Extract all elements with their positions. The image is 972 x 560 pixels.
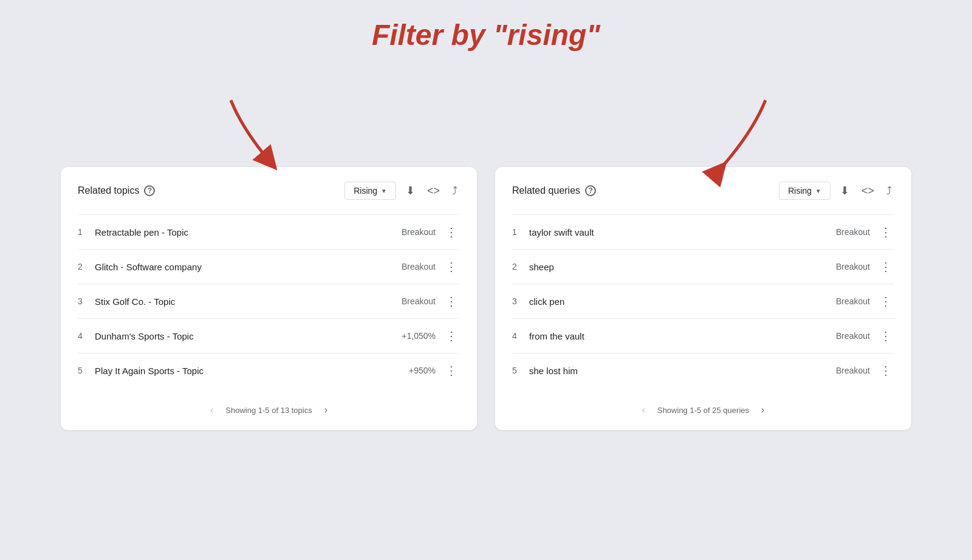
row-label: taylor swift vault: [529, 227, 836, 237]
help-icon-right[interactable]: ?: [585, 185, 596, 196]
row-label: Glitch - Software company: [95, 262, 402, 272]
row-value: Breakout: [836, 296, 870, 306]
row-menu-btn[interactable]: ⋮: [443, 363, 460, 378]
caret-right: ▼: [815, 188, 821, 194]
footer-text-right: Showing 1-5 of 25 queries: [657, 406, 749, 415]
panel-header-left: Related topics ? Rising ▼ ⬇ <> ⤴: [78, 182, 460, 200]
row-menu-btn[interactable]: ⋮: [877, 259, 894, 274]
row-menu-btn[interactable]: ⋮: [877, 225, 894, 239]
panel-footer-left: ‹ Showing 1-5 of 13 topics ›: [78, 397, 460, 418]
related-queries-label: Related queries: [512, 185, 580, 196]
row-num: 2: [512, 262, 529, 271]
row-menu-btn[interactable]: ⋮: [877, 329, 894, 343]
row-label: Dunham's Sports - Topic: [95, 331, 402, 341]
panel-controls-right: Rising ▼ ⬇ <> ⤴: [779, 182, 894, 200]
prev-btn-left[interactable]: ‹: [205, 402, 218, 418]
related-topics-panel: Related topics ? Rising ▼ ⬇ <> ⤴ 1 Retra…: [61, 167, 477, 430]
code-btn-left[interactable]: <>: [425, 182, 442, 200]
right-rows-container: 1 taylor swift vault Breakout ⋮ 2 sheep …: [512, 214, 894, 388]
help-icon-left[interactable]: ?: [144, 185, 155, 196]
panel-footer-right: ‹ Showing 1-5 of 25 queries ›: [512, 397, 894, 418]
download-btn-right[interactable]: ⬇: [838, 182, 852, 200]
row-menu-btn[interactable]: ⋮: [443, 225, 460, 239]
row-value: +950%: [409, 366, 436, 375]
panel-title-right: Related queries ?: [512, 185, 596, 196]
row-num: 4: [512, 331, 529, 341]
row-label: Play It Again Sports - Topic: [95, 366, 409, 376]
table-row: 2 sheep Breakout ⋮: [512, 249, 894, 284]
arrows-decoration: [61, 94, 911, 173]
row-menu-btn[interactable]: ⋮: [443, 329, 460, 343]
table-row: 1 taylor swift vault Breakout ⋮: [512, 214, 894, 249]
row-value: Breakout: [402, 227, 436, 237]
panel-title-left: Related topics ?: [78, 185, 155, 196]
share-btn-left[interactable]: ⤴: [450, 182, 460, 200]
row-num: 3: [78, 296, 95, 306]
row-value: Breakout: [836, 331, 870, 341]
row-menu-btn[interactable]: ⋮: [443, 294, 460, 309]
panel-controls-left: Rising ▼ ⬇ <> ⤴: [344, 182, 460, 200]
table-row: 3 Stix Golf Co. - Topic Breakout ⋮: [78, 284, 460, 318]
table-row: 5 she lost him Breakout ⋮: [512, 353, 894, 388]
row-num: 5: [78, 366, 95, 375]
row-value: Breakout: [836, 366, 870, 375]
table-row: 5 Play It Again Sports - Topic +950% ⋮: [78, 353, 460, 388]
row-num: 3: [512, 296, 529, 306]
panels-container: Related topics ? Rising ▼ ⬇ <> ⤴ 1 Retra…: [61, 167, 911, 430]
next-btn-left[interactable]: ›: [320, 402, 332, 418]
next-btn-right[interactable]: ›: [756, 402, 769, 418]
table-row: 4 Dunham's Sports - Topic +1,050% ⋮: [78, 318, 460, 353]
row-label: she lost him: [529, 366, 836, 376]
row-num: 5: [512, 366, 529, 375]
related-queries-panel: Related queries ? Rising ▼ ⬇ <> ⤴ 1 tayl…: [495, 167, 911, 430]
left-rows-container: 1 Retractable pen - Topic Breakout ⋮ 2 G…: [78, 214, 460, 388]
row-value: +1,050%: [402, 331, 436, 341]
row-menu-btn[interactable]: ⋮: [877, 363, 894, 378]
download-btn-left[interactable]: ⬇: [403, 182, 417, 200]
row-menu-btn[interactable]: ⋮: [443, 259, 460, 274]
rising-filter-right[interactable]: Rising ▼: [779, 182, 830, 200]
share-btn-right[interactable]: ⤴: [884, 182, 894, 200]
table-row: 3 click pen Breakout ⋮: [512, 284, 894, 318]
code-btn-right[interactable]: <>: [859, 182, 877, 200]
rising-label-right: Rising: [788, 186, 812, 196]
row-label: Stix Golf Co. - Topic: [95, 296, 402, 307]
rising-label-left: Rising: [354, 186, 377, 196]
table-row: 1 Retractable pen - Topic Breakout ⋮: [78, 214, 460, 249]
page-title: Filter by "rising": [372, 18, 600, 52]
row-value: Breakout: [402, 296, 436, 306]
row-num: 2: [78, 262, 95, 271]
prev-btn-right[interactable]: ‹: [637, 402, 650, 418]
row-value: Breakout: [836, 262, 870, 271]
row-label: click pen: [529, 296, 836, 307]
row-num: 1: [512, 227, 529, 237]
rising-filter-left[interactable]: Rising ▼: [344, 182, 396, 200]
row-value: Breakout: [402, 262, 436, 271]
row-menu-btn[interactable]: ⋮: [877, 294, 894, 309]
panel-header-right: Related queries ? Rising ▼ ⬇ <> ⤴: [512, 182, 894, 200]
row-num: 1: [78, 227, 95, 237]
row-value: Breakout: [836, 227, 870, 237]
related-topics-label: Related topics: [78, 185, 139, 196]
row-label: from the vault: [529, 331, 836, 341]
caret-left: ▼: [381, 188, 387, 194]
row-num: 4: [78, 331, 95, 341]
table-row: 2 Glitch - Software company Breakout ⋮: [78, 249, 460, 284]
row-label: Retractable pen - Topic: [95, 227, 402, 237]
footer-text-left: Showing 1-5 of 13 topics: [225, 406, 312, 415]
row-label: sheep: [529, 262, 836, 272]
table-row: 4 from the vault Breakout ⋮: [512, 318, 894, 353]
